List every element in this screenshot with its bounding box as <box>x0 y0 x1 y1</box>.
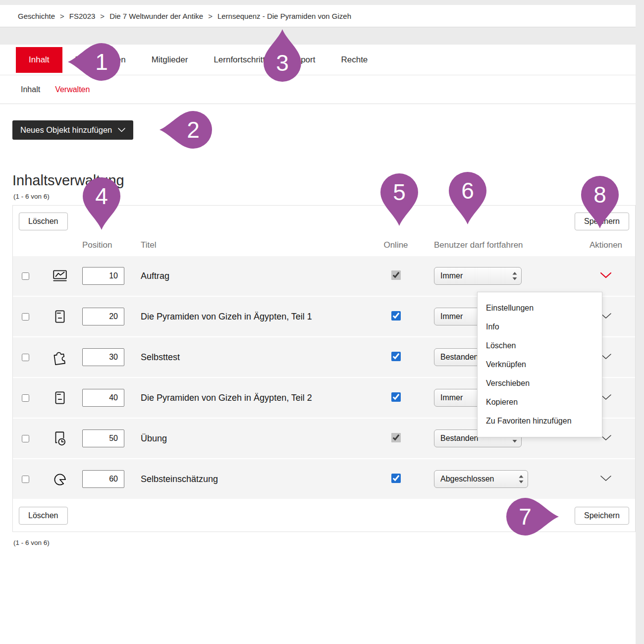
row-select-checkbox[interactable] <box>22 313 29 321</box>
position-input[interactable] <box>82 429 124 447</box>
delete-button-top[interactable]: Löschen <box>19 213 68 230</box>
column-header-proceed: Benutzer darf fortfahren <box>416 240 577 250</box>
breadcrumb-item-lernsequenz[interactable]: Lernsequenz - Die Pyramiden von Gizeh <box>217 12 351 20</box>
breadcrumb-item-fs2023[interactable]: FS2023 <box>69 12 96 20</box>
proceed-select[interactable]: Immer <box>434 267 522 285</box>
tab-lernfortschritt[interactable]: Lernfortschritt <box>201 47 278 73</box>
tab-bar: Inhalt Einstellungen Mitglieder Lernfort… <box>0 45 636 75</box>
column-header-position: Position <box>82 240 141 250</box>
column-header-online: Online <box>376 240 416 250</box>
table-row: Auftrag Immer <box>13 256 635 297</box>
row-actions-toggle[interactable] <box>600 271 612 280</box>
exercise-clock-icon <box>38 430 82 447</box>
breadcrumb: Geschichte > FS2023 > Die 7 Weltwunder d… <box>0 5 636 27</box>
row-select-checkbox[interactable] <box>22 435 29 442</box>
subtab-bar: Inhalt Verwalten <box>0 75 636 104</box>
page-title: Inhaltsverwaltung <box>12 172 636 189</box>
menu-item-verschieben[interactable]: Verschieben <box>478 374 602 393</box>
proceed-select-value: Immer <box>440 312 463 321</box>
main-content: Neues Objekt hinzufügen Inhaltsverwaltun… <box>0 104 636 644</box>
result-count-top: (1 - 6 von 6) <box>13 193 636 200</box>
row-select-checkbox[interactable] <box>22 354 29 361</box>
column-header-titel: Titel <box>141 240 376 250</box>
position-input[interactable] <box>82 308 124 325</box>
online-checkbox[interactable] <box>391 392 401 402</box>
subtab-inhalt[interactable]: Inhalt <box>21 85 40 94</box>
breadcrumb-separator: > <box>60 12 64 20</box>
menu-item-loeschen[interactable]: Löschen <box>478 336 602 355</box>
menu-item-einstellungen[interactable]: Einstellungen <box>478 299 602 318</box>
proceed-select-value: Bestanden <box>440 434 479 443</box>
row-select-checkbox[interactable] <box>22 272 29 280</box>
row-title: Die Pyramiden von Gizeh in Ägypten, Teil… <box>141 393 376 403</box>
proceed-select-value: Immer <box>440 271 463 280</box>
test-puzzle-icon <box>38 349 82 366</box>
proceed-select[interactable]: Abgeschlossen <box>434 470 528 488</box>
online-checkbox[interactable] <box>391 474 401 483</box>
row-select-checkbox[interactable] <box>22 476 29 483</box>
learning-module-icon <box>38 389 82 406</box>
proceed-select-value: Bestanden <box>440 353 479 362</box>
self-evaluation-icon <box>38 471 82 487</box>
content-table: Löschen Speichern Position Titel Online … <box>12 205 636 532</box>
row-title: Die Pyramiden von Gizeh in Ägypten, Teil… <box>141 312 376 322</box>
row-title: Auftrag <box>141 271 376 281</box>
menu-item-zu-favoriten[interactable]: Zu Favoriten hinzufügen <box>478 412 602 430</box>
select-arrows-icon <box>519 475 524 483</box>
tab-export[interactable]: Export <box>278 47 328 73</box>
actions-menu: Einstellungen Info Löschen Verknüpfen Ve… <box>477 292 602 437</box>
row-select-checkbox[interactable] <box>22 394 29 402</box>
delete-button-bottom[interactable]: Löschen <box>19 507 68 525</box>
column-header-row: Position Titel Online Benutzer darf fort… <box>13 237 635 256</box>
chevron-down-icon <box>118 128 125 132</box>
breadcrumb-item-weltwunder[interactable]: Die 7 Weltwunder der Antike <box>109 12 203 20</box>
save-button-bottom[interactable]: Speichern <box>575 507 629 525</box>
result-count-bottom: (1 - 6 von 6) <box>13 539 636 546</box>
position-input[interactable] <box>82 389 124 407</box>
table-row: Selbsteinschätzung Abgeschlossen <box>13 459 635 500</box>
position-input[interactable] <box>82 470 124 488</box>
learning-module-icon <box>38 308 82 325</box>
table-toolbar-top: Löschen Speichern <box>13 206 635 237</box>
breadcrumb-item-geschichte[interactable]: Geschichte <box>18 12 55 20</box>
tab-mitglieder[interactable]: Mitglieder <box>139 47 201 73</box>
save-button-top[interactable]: Speichern <box>575 213 629 230</box>
add-object-button[interactable]: Neues Objekt hinzufügen <box>12 120 133 140</box>
row-title: Übung <box>141 433 376 444</box>
row-title: Selbsteinschätzung <box>141 474 376 484</box>
menu-item-info[interactable]: Info <box>478 318 602 336</box>
tab-inhalt[interactable]: Inhalt <box>16 47 62 73</box>
breadcrumb-separator: > <box>208 12 213 20</box>
menu-item-kopieren[interactable]: Kopieren <box>478 393 602 412</box>
menu-item-verknuepfen[interactable]: Verknüpfen <box>478 355 602 374</box>
position-input[interactable] <box>82 348 124 366</box>
table-toolbar-bottom: Löschen Speichern <box>13 500 635 532</box>
select-arrows-icon <box>512 272 517 280</box>
media-screen-icon <box>38 268 82 284</box>
online-checkbox[interactable] <box>391 352 401 361</box>
column-header-aktionen: Aktionen <box>577 240 635 250</box>
breadcrumb-separator: > <box>100 12 105 20</box>
row-title: Selbsttest <box>141 352 376 363</box>
tab-einstellungen[interactable]: Einstellungen <box>62 47 139 73</box>
online-checkbox <box>391 270 401 280</box>
tab-area: Inhalt Einstellungen Mitglieder Lernfort… <box>0 45 636 104</box>
position-input[interactable] <box>82 267 124 285</box>
row-actions-toggle[interactable] <box>600 475 612 483</box>
add-object-label: Neues Objekt hinzufügen <box>20 125 112 135</box>
tab-rechte[interactable]: Rechte <box>328 47 380 73</box>
proceed-select-value: Immer <box>440 393 463 402</box>
subtab-verwalten[interactable]: Verwalten <box>55 85 90 94</box>
online-checkbox <box>391 433 401 442</box>
proceed-select-value: Abgeschlossen <box>440 475 494 483</box>
online-checkbox[interactable] <box>391 311 401 321</box>
